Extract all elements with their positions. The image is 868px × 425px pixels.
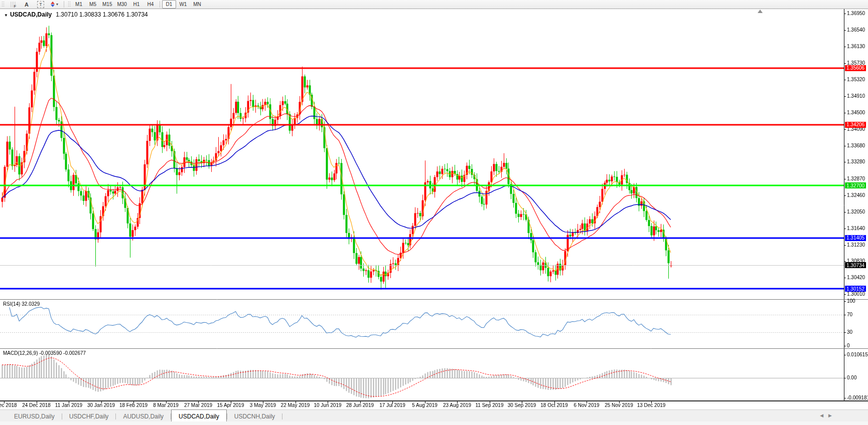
date-tick-label: 11 Jan 2019 (55, 402, 82, 408)
ohlc-quotes: 1.30710 1.30833 1.30676 1.30734 (56, 11, 148, 18)
date-tick-label: 28 Jun 2019 (346, 402, 374, 408)
date-tick-label: 27 Mar 2019 (184, 402, 212, 408)
price-tick-label: 1.34500 (847, 110, 865, 115)
price-badge: 1.34206 (845, 122, 866, 128)
tab-scroll-arrows: ◀▶ (820, 413, 837, 418)
price-tick-label: 1.33280 (847, 159, 865, 164)
price-tick-label: 1.36130 (847, 44, 865, 49)
date-tick-label: 30 Sep 2019 (508, 402, 536, 408)
chart-title: ▼USDCAD,Daily1.30710 1.30833 1.30676 1.3… (4, 11, 148, 18)
date-tick-label: 18 Feb 2019 (119, 402, 148, 408)
date-tick-label: 17 Jul 2019 (379, 402, 405, 408)
mt4-window: F A T ▼ M1M5M15M30H1H4D1W1MN ▼USDCAD,Dai… (0, 0, 868, 425)
tab-separator (282, 413, 282, 419)
chart-canvas[interactable] (0, 0, 868, 425)
date-tick-label: 6 Nov 2019 (573, 402, 599, 408)
chart-dropdown-icon[interactable]: ▼ (4, 13, 8, 18)
price-badge: 1.35606 (845, 65, 866, 71)
rsi-tick-label: 0 (847, 343, 850, 348)
price-tick-label: 1.36540 (847, 27, 865, 33)
price-badge: 1.30152 (845, 286, 866, 292)
date-tick-label: 22 May 2019 (281, 402, 310, 408)
rsi-indicator-label: RSI(14) 32.0329 (3, 301, 40, 307)
price-tick-label: 1.32460 (847, 192, 865, 198)
rsi-tick-label: 100 (847, 298, 855, 304)
date-tick-label: 25 Nov 2019 (605, 402, 633, 408)
macd-tick-label: 0.00 (847, 375, 856, 380)
date-tick-label: 8 Mar 2019 (153, 402, 179, 408)
price-tick-label: 1.32050 (847, 209, 865, 215)
price-badge: 1.32700 (845, 182, 866, 188)
price-badge: 1.30734 (845, 262, 866, 268)
price-tick-label: 1.30420 (847, 275, 865, 280)
date-tick-label: 5 Aug 2019 (412, 402, 438, 408)
date-tick-label: 23 Aug 2019 (443, 402, 471, 408)
tab-usdcnh[interactable]: USDCNH,Daily (227, 410, 282, 421)
date-tick-label: 24 Dec 2018 (22, 402, 51, 408)
macd-tick-label: 0.010615 (847, 352, 868, 357)
price-tick-label: 1.32870 (847, 176, 865, 181)
price-tick-label: 1.31230 (847, 242, 865, 248)
date-tick-label: 11 Sep 2019 (476, 402, 504, 408)
date-tick-label: 5 Dec 2018 (0, 402, 17, 408)
price-tick-label: 1.33680 (847, 143, 865, 148)
macd-indicator-label: MACD(12,26,9) -0.003590 -0.002677 (3, 350, 86, 356)
chart-tab-bar: EURUSD,DailyUSDCHF,DailyAUDUSD,DailyUSDC… (0, 409, 868, 421)
price-tick-label: 1.34910 (847, 93, 865, 99)
date-tick-label: 15 Apr 2019 (217, 402, 244, 408)
price-tick-label: 1.36950 (847, 11, 865, 16)
date-tick-label: 30 Jan 2019 (87, 402, 115, 408)
tab-eurusd[interactable]: EURUSD,Daily (7, 410, 62, 421)
date-tick-label: 3 May 2019 (250, 402, 276, 408)
tab-scroll-left-icon[interactable]: ◀ (820, 413, 828, 418)
date-tick-label: 13 Dec 2019 (637, 402, 666, 408)
rsi-tick-label: 30 (847, 329, 852, 335)
date-tick-label: 18 Oct 2019 (540, 402, 567, 408)
tab-audusd[interactable]: AUDUSD,Daily (116, 410, 171, 421)
tab-scroll-right-icon[interactable]: ▶ (828, 413, 837, 418)
price-tick-label: 1.30010 (847, 291, 865, 297)
date-tick-label: 10 Jun 2019 (314, 402, 341, 408)
price-tick-label: 1.31640 (847, 226, 865, 231)
chart-shift-marker-icon[interactable] (758, 10, 763, 13)
macd-tick-label: -0.009181 (847, 395, 868, 400)
symbol-period-label: USDCAD,Daily (10, 11, 52, 18)
price-badge: 1.31405 (845, 235, 866, 241)
tab-usdcad[interactable]: USDCAD,Daily (171, 409, 227, 421)
rsi-tick-label: 70 (847, 312, 852, 317)
tab-usdchf[interactable]: USDCHF,Daily (62, 410, 116, 421)
price-tick-label: 1.35320 (847, 77, 865, 82)
